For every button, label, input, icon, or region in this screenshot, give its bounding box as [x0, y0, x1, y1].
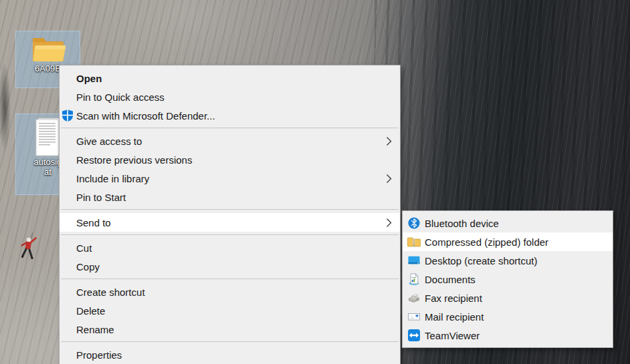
folder-icon — [30, 34, 66, 63]
bluetooth-icon — [407, 216, 421, 230]
menu-item-give-access-to[interactable]: Give access to — [60, 132, 400, 150]
menu-item-scan-with-defender[interactable]: Scan with Microsoft Defender... — [60, 106, 400, 125]
documents-icon — [407, 272, 421, 286]
mail-envelope-icon — [407, 310, 421, 323]
menu-item-send-to[interactable]: Send to — [60, 213, 400, 232]
menu-item-create-shortcut[interactable]: Create shortcut — [60, 283, 400, 301]
menu-item-copy[interactable]: Copy — [60, 257, 400, 276]
climber-figure — [15, 232, 43, 270]
zipped-folder-icon — [407, 235, 421, 248]
rock-streak-left — [0, 47, 13, 167]
submenu-item-mail-recipient[interactable]: Mail recipient — [403, 307, 613, 326]
menu-separator — [61, 128, 399, 128]
menu-item-cut[interactable]: Cut — [60, 238, 400, 257]
menu-item-pin-to-quick-access[interactable]: Pin to Quick access — [60, 87, 400, 106]
desktop-monitor-icon — [407, 254, 421, 267]
submenu-item-compressed-zipped-folder[interactable]: Compressed (zipped) folder — [403, 232, 613, 251]
menu-separator — [61, 234, 399, 235]
submenu-item-desktop-create-shortcut[interactable]: Desktop (create shortcut) — [403, 251, 613, 270]
desktop: 6A09E autosig at Open Pin to Quick acces… — [0, 0, 630, 364]
fax-machine-icon — [407, 291, 421, 305]
submenu-chevron-icon — [386, 136, 392, 146]
submenu-item-teamviewer[interactable]: TeamViewer — [403, 326, 613, 345]
menu-item-rename[interactable]: Rename — [60, 320, 400, 339]
menu-item-properties[interactable]: Properties — [60, 345, 400, 364]
submenu-item-fax-recipient[interactable]: Fax recipient — [403, 289, 613, 307]
menu-item-open[interactable]: Open — [60, 69, 400, 87]
submenu-item-documents[interactable]: Documents — [403, 270, 613, 289]
menu-item-restore-previous-versions[interactable]: Restore previous versions — [60, 150, 400, 169]
submenu-item-bluetooth-device[interactable]: Bluetooth device — [403, 214, 613, 232]
context-menu: Open Pin to Quick access Scan with Micro… — [59, 65, 401, 364]
menu-separator — [61, 209, 399, 210]
send-to-submenu: Bluetooth device Compressed (zipped) fol… — [402, 210, 613, 348]
microsoft-defender-icon — [61, 109, 74, 122]
submenu-chevron-icon — [386, 174, 392, 184]
menu-separator — [61, 341, 399, 342]
menu-item-delete[interactable]: Delete — [60, 301, 400, 320]
menu-separator — [61, 279, 399, 279]
submenu-chevron-icon — [386, 218, 392, 228]
menu-item-pin-to-start[interactable]: Pin to Start — [60, 188, 400, 206]
menu-item-include-in-library[interactable]: Include in library — [60, 169, 400, 188]
teamviewer-icon — [407, 329, 421, 342]
